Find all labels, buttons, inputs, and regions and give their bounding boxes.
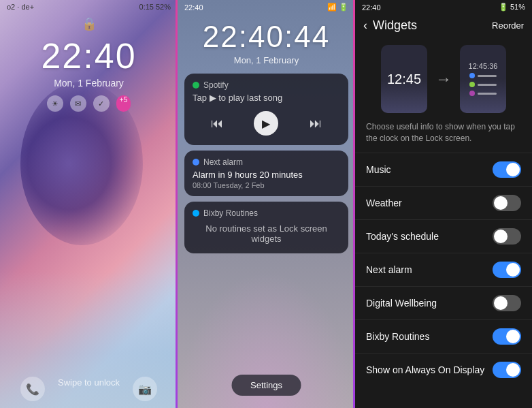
spotify-header: Spotify <box>193 80 340 90</box>
reorder-button[interactable]: Reorder <box>492 20 524 31</box>
settings-button[interactable]: Settings <box>231 375 301 396</box>
settings-rows: MusicWeatherToday's scheduleNext alarmDi… <box>355 153 532 386</box>
toggle-thumb-2 <box>494 230 508 243</box>
settings-row-5: Bixby Routines <box>355 319 532 353</box>
alarm-card: Next alarm Alarm in 9 hours 20 minutes 0… <box>184 151 348 196</box>
toggle-thumb-5 <box>506 330 520 343</box>
toggle-0[interactable] <box>493 161 521 178</box>
settings-row-label-1: Weather <box>366 198 402 208</box>
notif-status-time: 22:40 <box>184 3 203 12</box>
toggle-thumb-6 <box>506 363 520 377</box>
toggle-2[interactable] <box>493 228 521 245</box>
alarm-text: Alarm in 9 hours 20 minutes <box>193 170 340 180</box>
bixby-header: Bixby Routines <box>193 208 340 218</box>
dot-row-3 <box>469 91 497 96</box>
spotify-play-button[interactable]: ▶ <box>254 111 278 136</box>
arrow-icon: → <box>435 69 452 89</box>
notif-time: 22:40:44 <box>178 20 355 54</box>
spotify-controls: ⏮ ▶ ⏭ <box>193 108 340 138</box>
spotify-app-name: Spotify <box>203 80 229 90</box>
notif-date: Mon, 1 February <box>178 55 355 65</box>
panel-divider-1 <box>176 0 178 408</box>
spotify-tap-text: Tap ▶ to play last song <box>193 93 340 103</box>
settings-row-2: Today's schedule <box>355 219 532 253</box>
dot-blue <box>469 73 475 78</box>
lock-bottom-icons: 📞 📷 <box>0 377 178 401</box>
settings-status-icons: 🔋 51% <box>499 3 525 12</box>
dot-row-2 <box>469 82 497 87</box>
alarm-sub: 08:00 Tuesday, 2 Feb <box>193 181 340 189</box>
lock-time-status: 0:15 <box>139 3 154 11</box>
lock-badge: +5 <box>116 95 131 112</box>
toggle-thumb-1 <box>494 196 508 210</box>
page-title: Widgets <box>373 18 492 33</box>
clock-preview-area: 12:45 → 12:45:36 <box>355 37 532 121</box>
lock-icon-small-2: ✉ <box>70 95 86 112</box>
toggle-thumb-0 <box>506 163 520 176</box>
bixby-title: Bixby Routines <box>203 208 258 218</box>
lock-screen-panel: o2 · de+ 0:15 52% 🔒 22:40 Mon, 1 Februar… <box>0 0 178 408</box>
settings-header: ‹ Widgets Reorder <box>355 14 532 37</box>
bixby-card: Bixby Routines No routines set as Lock s… <box>184 202 348 253</box>
dot-row-1 <box>469 73 497 78</box>
dot-line-3 <box>478 93 497 95</box>
lock-carrier: o2 · de+ <box>7 3 34 11</box>
toggle-4[interactable] <box>493 295 521 311</box>
lock-time: 22:40 <box>0 35 178 76</box>
back-button[interactable]: ‹ <box>363 18 367 33</box>
lock-icon-small-3: ✓ <box>93 95 110 112</box>
toggle-thumb-4 <box>494 296 508 310</box>
lock-notification-icons: ☀ ✉ ✓ +5 <box>0 95 178 112</box>
bixby-text: No routines set as Lock screen widgets <box>193 221 340 247</box>
settings-row-label-5: Bixby Routines <box>366 331 429 342</box>
clock-preview-2[interactable]: 12:45:36 <box>460 45 506 113</box>
settings-row-label-6: Show on Always On Display <box>366 364 484 375</box>
settings-status-bar: 22:40 🔋 51% <box>355 0 532 14</box>
dot-purple <box>469 91 475 96</box>
notif-status-icons: 📶 🔋 <box>327 3 348 12</box>
dot-line-1 <box>478 75 497 77</box>
settings-row-6: Show on Always On Display <box>355 353 532 386</box>
alarm-dot <box>193 159 199 166</box>
settings-panel: 22:40 🔋 51% ‹ Widgets Reorder 12:45 → 12… <box>355 0 532 408</box>
settings-row-1: Weather <box>355 186 532 219</box>
toggle-5[interactable] <box>493 328 521 345</box>
toggle-1[interactable] <box>493 195 521 211</box>
clock-preview-1[interactable]: 12:45 <box>381 45 427 113</box>
lock-status-icons: 0:15 52% <box>139 3 171 11</box>
dot-line-2 <box>478 84 497 86</box>
settings-row-label-3: Next alarm <box>366 264 412 275</box>
settings-row-0: Music <box>355 153 532 186</box>
lock-phone-icon[interactable]: 📞 <box>20 377 45 401</box>
settings-row-4: Digital Wellbeing <box>355 286 532 319</box>
lock-icon-small-1: ☀ <box>47 95 63 112</box>
clock-preview-time-1: 12:45 <box>387 72 421 87</box>
lock-date: Mon, 1 February <box>0 78 178 89</box>
clock-preview-dots <box>469 73 497 96</box>
lock-battery: 52% <box>156 3 171 11</box>
dot-green <box>469 82 475 87</box>
clock-preview-time-2: 12:45:36 <box>469 62 498 70</box>
toggle-3[interactable] <box>493 262 521 278</box>
notification-panel: 22:40 📶 🔋 22:40:44 Mon, 1 February Spoti… <box>178 0 355 408</box>
settings-description: Choose useful info to show when you tap … <box>355 121 532 153</box>
panel-divider-2 <box>353 0 355 408</box>
alarm-title: Next alarm <box>203 157 243 167</box>
lock-camera-icon[interactable]: 📷 <box>133 377 157 401</box>
spotify-dot <box>193 82 199 89</box>
lock-icon: 🔒 <box>82 17 97 31</box>
settings-status-time: 22:40 <box>362 3 381 12</box>
spotify-prev-button[interactable]: ⏮ <box>205 114 229 134</box>
alarm-header: Next alarm <box>193 157 340 167</box>
settings-row-3: Next alarm <box>355 253 532 286</box>
lock-icon-area: 🔒 <box>0 16 178 31</box>
toggle-6[interactable] <box>493 362 521 378</box>
spotify-next-button[interactable]: ⏭ <box>304 114 327 134</box>
settings-row-label-2: Today's schedule <box>366 231 439 242</box>
bixby-dot <box>193 210 199 217</box>
toggle-thumb-3 <box>506 263 520 277</box>
lock-status-bar: o2 · de+ 0:15 52% <box>0 0 178 14</box>
settings-row-label-4: Digital Wellbeing <box>366 298 437 309</box>
settings-row-label-0: Music <box>366 164 391 175</box>
spotify-card: Spotify Tap ▶ to play last song ⏮ ▶ ⏭ <box>184 74 348 145</box>
